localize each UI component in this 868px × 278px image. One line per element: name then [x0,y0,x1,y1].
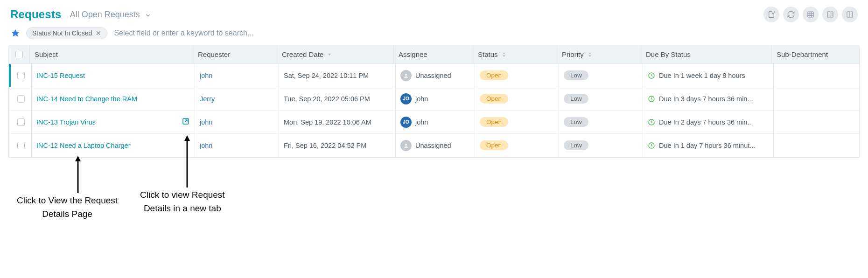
select-all-checkbox[interactable] [15,51,23,58]
table-row[interactable]: INC-15 RequestjohnSat, Sep 24, 2022 10:1… [9,64,859,87]
priority-badge: Low [564,117,588,127]
chevron-down-icon [145,11,151,18]
cell-created-date: Sat, Sep 24, 2022 10:11 PM [279,64,395,87]
cell-subject: INC-15 Request [31,64,195,87]
cell-assignee: Unassigned [395,134,475,157]
col-status-label: Status [478,50,498,58]
col-assignee-label: Assignee [399,50,427,58]
col-assignee[interactable]: Assignee [393,45,473,63]
filter-dropdown[interactable]: All Open Requests [70,10,151,20]
col-due-label: Due By Status [646,50,691,58]
cell-requester: john [195,111,279,133]
col-requester[interactable]: Requester [193,45,277,63]
grid-view-button[interactable] [803,7,819,22]
cell-requester: john [195,134,279,157]
clock-icon [648,118,655,126]
col-created-label: Created Date [282,50,323,58]
cell-created-date: Tue, Sep 20, 2022 05:06 PM [279,87,395,110]
cell-subject: INC-13 Trojan Virus [31,111,195,133]
star-icon[interactable] [10,28,21,38]
row-checkbox[interactable] [17,118,25,126]
table-header: Subject Requester Created Date Assignee … [9,45,859,64]
created-date-text: Mon, Sep 19, 2022 10:06 AM [284,118,371,126]
clock-icon [648,95,655,103]
cell-priority: Low [559,134,643,157]
subject-link[interactable]: INC-14 Need to Change the RAM [36,95,137,103]
row-checkbox[interactable] [17,142,25,149]
cell-status: Open [475,111,559,133]
open-new-tab-icon[interactable] [182,117,190,127]
requests-table: Subject Requester Created Date Assignee … [8,45,860,158]
requester-link[interactable]: john [200,142,212,149]
col-sub-department[interactable]: Sub-Department [771,45,859,63]
cell-due: Due In 2 days 7 hours 36 min... [643,111,773,133]
cell-due: Due In 1 week 1 day 8 hours [643,64,773,87]
col-priority[interactable]: Priority [557,45,641,63]
table-row[interactable]: INC-14 Need to Change the RAMJerryTue, S… [9,87,859,111]
col-subject[interactable]: Subject [29,45,193,63]
filter-chip[interactable]: Status Not In Closed ✕ [26,27,107,39]
col-sub-label: Sub-Department [777,50,828,58]
assignee-name: Unassigned [415,142,451,149]
cell-sub-department [773,64,859,87]
chip-remove-icon[interactable]: ✕ [96,29,101,37]
sort-icon [502,52,506,57]
row-checkbox[interactable] [17,72,25,79]
table-row[interactable]: INC-13 Trojan VirusjohnMon, Sep 19, 2022… [9,111,859,134]
cell-assignee: JOjohn [395,111,475,133]
assignee-name: john [415,95,428,103]
svg-rect-0 [808,12,813,17]
cell-requester: john [195,64,279,87]
search-input[interactable] [113,28,858,38]
top-bar: Requests All Open Requests [0,0,868,27]
cell-priority: Low [559,64,643,87]
col-requester-label: Requester [198,50,230,58]
subject-link[interactable]: INC-15 Request [36,72,85,79]
cell-priority: Low [559,111,643,133]
cell-due: Due In 1 day 7 hours 36 minut... [643,134,773,157]
svg-point-12 [405,74,407,76]
cell-assignee: JOjohn [395,87,475,110]
avatar [400,140,412,151]
sort-icon [588,52,592,57]
cell-checkbox [11,111,31,133]
sort-desc-icon [327,52,332,57]
row-checkbox[interactable] [17,95,25,103]
filter-label: All Open Requests [70,10,140,20]
clock-icon [648,142,655,149]
col-due[interactable]: Due By Status [641,45,771,63]
due-text: Due In 1 week 1 day 8 hours [659,72,745,79]
subject-link[interactable]: INC-13 Trojan Virus [36,118,96,126]
top-left: Requests All Open Requests [10,8,151,21]
svg-point-17 [405,144,407,146]
arrow-icon [183,135,191,188]
svg-marker-22 [184,135,190,141]
priority-badge: Low [564,94,588,104]
table-row[interactable]: INC-12 Need a Laptop ChargerjohnFri, Sep… [9,134,859,157]
side-panel-button[interactable] [822,7,838,22]
requester-link[interactable]: Jerry [200,95,215,103]
subject-link[interactable]: INC-12 Need a Laptop Charger [36,142,131,149]
col-status[interactable]: Status [473,45,557,63]
svg-marker-20 [75,156,81,161]
cell-checkbox [11,134,31,157]
due-text: Due In 2 days 7 hours 36 min... [659,118,753,126]
requester-link[interactable]: john [200,118,212,126]
avatar: JO [400,117,412,128]
status-badge: Open [480,70,508,80]
split-view-button[interactable] [842,7,858,22]
cell-subject: INC-12 Need a Laptop Charger [31,134,195,157]
created-date-text: Tue, Sep 20, 2022 05:06 PM [284,95,370,103]
requester-link[interactable]: john [200,72,212,79]
assignee-name: Unassigned [415,72,451,79]
cell-sub-department [773,134,859,157]
priority-badge: Low [564,140,588,150]
page-title: Requests [10,8,62,21]
cell-priority: Low [559,87,643,110]
avatar [400,70,412,81]
new-request-button[interactable] [763,7,779,22]
col-created-date[interactable]: Created Date [277,45,393,63]
refresh-button[interactable] [783,7,799,22]
annotation-details-page: Click to View the Request Details Page [17,194,118,221]
annotation-new-tab: Click to view Request Details in a new t… [140,188,225,215]
